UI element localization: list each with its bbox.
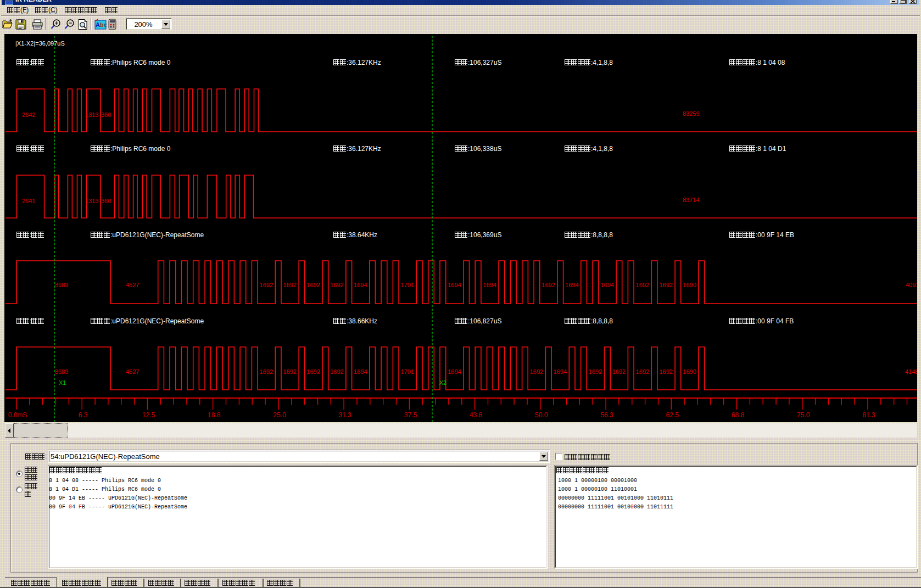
svg-text:43.8: 43.8 [470,411,483,419]
svg-text:X2: X2 [439,379,446,386]
svg-text:4527: 4527 [126,368,139,375]
svg-text:75.0: 75.0 [797,411,810,419]
svg-text:1692: 1692 [283,368,297,375]
svg-text:1313: 1313 [85,111,98,118]
svg-text:1692: 1692 [659,282,672,288]
svg-text:1692: 1692 [659,368,672,375]
svg-text:56.3: 56.3 [600,411,613,419]
svg-text:40910: 40910 [906,282,917,288]
svg-text:83259: 83259 [683,110,700,117]
svg-text:1690: 1690 [683,282,696,288]
svg-text:1692: 1692 [542,282,555,288]
svg-text:2642: 2642 [22,111,35,118]
svg-text:1313: 1313 [85,198,98,204]
svg-text:360: 360 [101,198,111,204]
svg-text:8989: 8989 [55,368,68,375]
svg-text:1692: 1692 [530,368,543,375]
svg-text:1694: 1694 [554,368,567,375]
svg-text:81.3: 81.3 [862,411,875,419]
svg-text:1694: 1694 [448,368,461,375]
svg-text:1694: 1694 [448,282,461,288]
svg-text:1692: 1692 [306,368,320,375]
svg-text:6.3: 6.3 [79,411,88,419]
svg-text:1692: 1692 [612,368,626,375]
svg-text:Abc: Abc [96,21,107,28]
svg-text:4527: 4527 [126,282,139,288]
svg-text:1694: 1694 [483,282,496,288]
svg-text:83714: 83714 [683,197,700,203]
svg-text:X1: X1 [59,379,66,386]
svg-text:1692: 1692 [260,282,273,288]
svg-text:1692: 1692 [330,368,343,375]
svg-text:50.0: 50.0 [535,411,548,419]
svg-text:1692: 1692 [283,282,297,288]
svg-text:1692: 1692 [636,368,649,375]
svg-text:1692: 1692 [330,282,343,288]
svg-text:41480: 41480 [905,368,917,375]
svg-text:1694: 1694 [565,282,578,288]
svg-text:1694: 1694 [354,282,367,288]
svg-text:1692: 1692 [260,368,273,375]
svg-text:1692: 1692 [306,282,320,288]
svg-text:37.5: 37.5 [404,411,417,419]
svg-text:2641: 2641 [22,198,35,204]
svg-text:1694: 1694 [354,368,367,375]
svg-text:1692: 1692 [589,368,602,375]
svg-text:1690: 1690 [683,368,696,375]
svg-text:18.8: 18.8 [208,411,221,419]
svg-text:12.5: 12.5 [142,411,155,419]
svg-text:1701: 1701 [401,282,414,288]
svg-text:|X1-X2|=36,097uS: |X1-X2|=36,097uS [15,40,65,47]
svg-text:68.8: 68.8 [732,411,745,419]
svg-text:1692: 1692 [636,282,649,288]
svg-text:1701: 1701 [401,368,414,375]
svg-text:8989: 8989 [55,282,68,288]
svg-text:0.0mS: 0.0mS [8,411,27,419]
svg-text:1694: 1694 [600,282,613,288]
svg-text:62.5: 62.5 [666,411,679,419]
svg-text:25.0: 25.0 [273,411,286,419]
svg-text:31.3: 31.3 [338,411,351,419]
svg-text:360: 360 [101,111,111,118]
